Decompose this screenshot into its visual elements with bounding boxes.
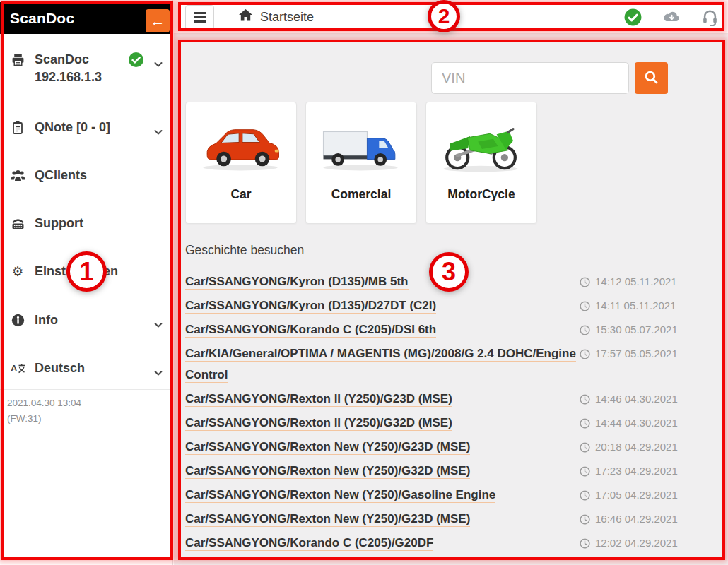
users-icon (10, 170, 25, 182)
sidebar-item-language[interactable]: A Deutsch (10, 357, 167, 379)
history-row: Car/SSANGYONG/Rexton II (Y250)/G32D (MSE… (185, 412, 724, 434)
card-motorcycle[interactable]: MotorCycle (425, 102, 537, 224)
car-image (198, 102, 284, 187)
sidebar-item-support[interactable]: Support (10, 213, 167, 234)
chevron-down-icon (154, 124, 163, 139)
cloud-download-icon[interactable] (662, 10, 681, 24)
chevron-down-icon (154, 56, 163, 71)
card-label: Comercial (331, 187, 392, 202)
history-timestamp: 17:23 04.29.2021 (580, 460, 678, 482)
topbar-status-icons (624, 0, 718, 34)
card-label: Car (230, 187, 251, 202)
history-link[interactable]: Car/SSANGYONG/Rexton New (Y250)/G23D (MS… (185, 436, 580, 458)
history-row: Car/SSANGYONG/Rexton New (Y250)/G23D (MS… (185, 436, 724, 458)
search-icon (644, 70, 659, 87)
brand-title: ScanDoc (0, 10, 74, 27)
history-link[interactable]: Car/SSANGYONG/Kyron (D135)/MB 5th (185, 271, 580, 292)
sidebar-item-info[interactable]: Info (10, 309, 167, 331)
history-row: Car/SSANGYONG/Rexton New (Y250)/Gasoline… (185, 484, 724, 506)
device-ip-address: 192.168.1.3 (35, 70, 102, 85)
history-link[interactable]: Car/SSANGYONG/Rexton New (Y250)/G32D (MS… (185, 460, 580, 482)
language-icon: A (10, 362, 25, 374)
truck-image (318, 102, 404, 187)
sidebar-item-qnote[interactable]: QNote [0 - 0] (10, 117, 167, 138)
sidebar-item-scandoc[interactable]: ScanDoc (10, 49, 167, 70)
card-label: MotorCycle (447, 187, 515, 202)
sidebar-divider (0, 389, 172, 390)
connection-ok-icon[interactable] (624, 8, 642, 26)
sidebar-item-label: Info (35, 313, 58, 328)
headset-icon[interactable] (702, 8, 718, 26)
history-link[interactable]: Car/SSANGYONG/Rexton New (Y250)/Gasoline… (185, 484, 580, 506)
motorcycle-image (438, 102, 524, 187)
vehicle-type-cards: Car Comercial (185, 102, 537, 224)
card-car[interactable]: Car (185, 102, 297, 224)
history-timestamp: 20:18 04.29.2021 (580, 436, 678, 458)
svg-text:A: A (11, 363, 18, 374)
main-content: Car Comercial (174, 34, 728, 565)
firmware-version: (FW:31) (7, 411, 81, 427)
history-row: Car/SSANGYONG/Kyron (D135)/MB 5th 14:12 … (185, 271, 724, 292)
history-row: Car/SSANGYONG/Kyron (D135)/D27DT (C2I) 1… (185, 295, 724, 316)
history-row: Car/SSANGYONG/Rexton New (Y250)/G23D (MS… (185, 509, 724, 530)
breadcrumb[interactable]: Startseite (239, 0, 314, 34)
vin-input[interactable] (431, 62, 629, 94)
history-link[interactable]: Car/SSANGYONG/Korando C (C205)/DSI 6th (185, 319, 580, 340)
history-row: Car/SSANGYONG/Rexton II (Y250)/G23D (MSE… (185, 388, 724, 410)
history-timestamp: 14:11 05.11.2021 (580, 295, 676, 316)
history-title: Geschichte besuchen (185, 243, 304, 258)
history-list: Car/SSANGYONG/Kyron (D135)/MB 5th 14:12 … (185, 271, 724, 557)
sidebar-item-einstellungen[interactable]: ⚙ Einstellungen (10, 261, 167, 282)
sidebar-item-label: QNote [0 - 0] (35, 120, 110, 135)
history-row: Car/SSANGYONG/Korando C (C205)/G20DF 12:… (185, 533, 724, 554)
history-timestamp: 14:46 04.30.2021 (580, 388, 678, 410)
chevron-down-icon (154, 365, 163, 380)
topbar: Startseite (174, 0, 728, 34)
history-link[interactable]: Car/SSANGYONG/Rexton II (Y250)/G23D (MSE… (185, 388, 580, 410)
history-link[interactable]: Car/SSANGYONG/Rexton II (Y250)/G32D (MSE… (185, 412, 580, 434)
info-icon (10, 314, 25, 327)
sidebar-item-label: QClients (35, 168, 87, 183)
menu-toggle-button[interactable] (185, 5, 214, 30)
scandoc-app: ScanDoc ← ScanDoc 192.168.1.3 QNote [0 -… (0, 0, 728, 565)
history-timestamp: 14:12 05.11.2021 (580, 271, 677, 292)
device-connected-icon (128, 52, 144, 71)
home-icon (239, 9, 252, 25)
history-timestamp: 16:46 04.29.2021 (580, 509, 678, 530)
card-comercial[interactable]: Comercial (305, 102, 417, 224)
fax-icon (10, 217, 25, 230)
sidebar: ScanDoc ← ScanDoc 192.168.1.3 QNote [0 -… (0, 0, 173, 565)
vin-search (431, 62, 668, 94)
history-link[interactable]: Car/SSANGYONG/Kyron (D135)/D27DT (C2I) (185, 295, 580, 316)
search-button[interactable] (635, 62, 668, 94)
history-row: Car/KIA/General/OPTIMA / MAGENTIS (MG)/2… (185, 343, 724, 386)
firmware-date: 2021.04.30 13:04 (7, 396, 81, 411)
sidebar-header: ScanDoc ← (0, 2, 173, 34)
history-timestamp: 14:44 04.30.2021 (580, 412, 678, 434)
history-timestamp: 17:57 05.05.2021 (580, 343, 678, 364)
sidebar-item-label: Deutsch (35, 361, 85, 376)
history-timestamp: 15:30 05.07.2021 (580, 319, 678, 340)
clipboard-icon (10, 121, 25, 134)
sidebar-divider (0, 297, 172, 297)
scanner-icon (10, 53, 25, 66)
gear-icon: ⚙ (10, 265, 25, 278)
breadcrumb-label: Startseite (260, 10, 314, 25)
history-row: Car/SSANGYONG/Korando C (C205)/DSI 6th 1… (185, 319, 724, 340)
history-timestamp: 17:05 04.29.2021 (580, 484, 678, 506)
sidebar-item-label: Einstellungen (35, 264, 118, 279)
sidebar-item-qclients[interactable]: QClients (10, 165, 167, 186)
history-timestamp: 12:02 04.29.2021 (580, 533, 678, 554)
history-row: Car/SSANGYONG/Rexton New (Y250)/G32D (MS… (185, 460, 724, 482)
collapse-sidebar-button[interactable]: ← (146, 9, 170, 32)
history-link[interactable]: Car/SSANGYONG/Rexton New (Y250)/G23D (MS… (185, 509, 580, 530)
sidebar-item-label: ScanDoc (35, 52, 89, 67)
chevron-down-icon (154, 317, 163, 332)
history-link[interactable]: Car/KIA/General/OPTIMA / MAGENTIS (MG)/2… (185, 343, 580, 386)
history-link[interactable]: Car/SSANGYONG/Korando C (C205)/G20DF (185, 533, 580, 554)
sidebar-item-label: Support (35, 216, 83, 231)
firmware-info: 2021.04.30 13:04 (FW:31) (7, 396, 81, 427)
